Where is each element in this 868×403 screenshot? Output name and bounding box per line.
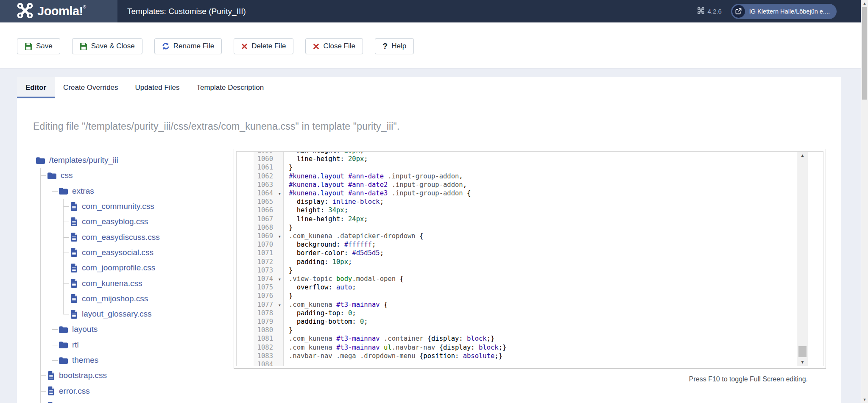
line-number: 1065 [254, 197, 283, 206]
tree-item-label: rtl [72, 340, 79, 350]
code-text: padding-top: 0; [283, 309, 356, 317]
code-text: } [283, 266, 293, 275]
tree-item-layouts[interactable]: layouts [0, 322, 229, 337]
code-text: } [283, 163, 293, 172]
code-line-1066: 1066 height: 34px; [254, 206, 808, 214]
scroll-up-arrow-icon[interactable]: ▲ [797, 153, 808, 158]
code-text: } [283, 292, 293, 300]
editor-scrollbar-thumb[interactable] [798, 346, 807, 357]
tree-item-label: layouts [72, 325, 98, 334]
help-button[interactable]: ?Help [375, 38, 414, 54]
code-line-1081: 1081.com_kunena #t3-mainnav .container {… [254, 334, 808, 343]
code-text [283, 360, 289, 366]
tree-item-label: com_kunena.css [82, 279, 142, 288]
fold-arrow-icon[interactable]: ▾ [278, 189, 281, 198]
tab-create-overrides[interactable]: Create Overrides [55, 77, 126, 98]
tree-item--templates-purity_iii[interactable]: /templates/purity_iii [0, 153, 229, 168]
code-text: .com_kunena #t3-mainnav ul.navbar-nav {d… [283, 343, 506, 352]
code-line-1059: 1059 min-height: 20px; [254, 152, 808, 155]
code-line-1074: 1074▾.view-topic body.modal-open { [254, 275, 808, 283]
tree-item-error.css[interactable]: error.css [0, 383, 229, 398]
tab-editor[interactable]: Editor [17, 77, 55, 98]
line-number: 1070 [254, 240, 283, 249]
code-line-1067: 1067 line-height: 24px; [254, 215, 808, 223]
file-icon [70, 217, 78, 226]
code-line-1068: 1068} [254, 223, 808, 232]
tree-item-rtl[interactable]: rtl [0, 337, 229, 353]
save-button[interactable]: Save [17, 38, 60, 54]
code-line-1071: 1071 border-color: #d5d5d5; [254, 249, 808, 257]
page-scrollbar-thumb[interactable] [862, 7, 867, 100]
line-number: 1064▾ [254, 189, 283, 197]
tree-item-css[interactable]: css [0, 168, 229, 183]
tree-item-com_mijoshop.css[interactable]: com_mijoshop.css [0, 291, 229, 306]
codemirror-box: 1059 min-height: 20px;1060 line-height: … [236, 151, 823, 366]
code-text: display: inline-block; [283, 197, 384, 206]
line-number: 1082 [254, 343, 283, 352]
code-text: .com_kunena .datepicker-dropdown { [283, 232, 423, 240]
tree-item-themes[interactable]: themes [0, 353, 229, 368]
tree-item-label: com_joomprofile.css [82, 263, 155, 272]
file-icon [47, 371, 55, 380]
close-file-button[interactable]: Close File [305, 38, 363, 54]
code-text: } [283, 223, 293, 232]
folder-icon [36, 157, 45, 164]
code-line-1070: 1070 background: #ffffff; [254, 240, 808, 249]
tree-guide-line [63, 199, 64, 314]
code-text: height: 34px; [283, 206, 348, 214]
tree-item-label: bootstrap.css [59, 371, 107, 380]
code-text: .navbar-nav .mega .dropdown-menu {positi… [283, 352, 502, 360]
tree-connector [52, 191, 58, 192]
tree-item-com_easyblog.css[interactable]: com_easyblog.css [0, 214, 229, 229]
fold-arrow-icon[interactable]: ▾ [278, 275, 281, 283]
folder-icon [47, 172, 56, 179]
tree-item-frontend-edit.css[interactable]: frontend-edit.css [0, 399, 229, 403]
scroll-down-arrow-icon[interactable]: ▼ [797, 360, 808, 364]
line-number: 1075 [254, 283, 283, 292]
fold-arrow-icon[interactable]: ▾ [278, 301, 281, 309]
tree-item-label: com_easysocial.css [82, 248, 154, 257]
tab-updated-files[interactable]: Updated Files [127, 77, 188, 98]
tree-item-label: com_community.css [82, 202, 154, 211]
file-icon [70, 279, 78, 288]
tree-item-com_community.css[interactable]: com_community.css [0, 199, 229, 214]
codemirror-scroll-area[interactable]: 1059 min-height: 20px;1060 line-height: … [254, 152, 808, 366]
code-text: border-color: #d5d5d5; [283, 249, 384, 257]
tree-connector [63, 314, 69, 314]
page-scroll-down-icon[interactable]: ▼ [861, 397, 868, 402]
tree-item-com_easydiscuss.css[interactable]: com_easydiscuss.css [0, 229, 229, 245]
line-number: 1083 [254, 352, 283, 360]
code-line-1061: 1061} [254, 163, 808, 172]
code-text: line-height: 20px; [283, 155, 368, 163]
button-label: Delete File [251, 42, 286, 50]
code-editor[interactable]: 1059 min-height: 20px;1060 line-height: … [234, 149, 826, 369]
save-close-button[interactable]: Save & Close [72, 38, 142, 54]
line-number: 1060 [254, 155, 283, 163]
fullscreen-hint: Press F10 to toggle Full Screen editing. [234, 375, 826, 383]
file-icon [70, 233, 78, 242]
page-scroll-up-icon[interactable]: ▲ [861, 1, 868, 6]
joomla-logo-icon [17, 3, 33, 20]
preview-site-button[interactable]: IG Klettern Halle/Löbejün e.... [731, 4, 837, 19]
line-number: 1081 [254, 334, 283, 343]
tree-item-label: com_mijoshop.css [82, 294, 148, 303]
tree-item-com_easysocial.css[interactable]: com_easysocial.css [0, 245, 229, 260]
file-icon [70, 294, 78, 303]
tab-template-description[interactable]: Template Description [188, 77, 272, 98]
file-icon [47, 386, 55, 395]
question-icon: ? [382, 42, 388, 50]
tree-item-layout_glossary.css[interactable]: layout_glossary.css [0, 306, 229, 322]
code-line-1084: 1084 [254, 360, 808, 366]
tree-item-bootstrap.css[interactable]: bootstrap.css [0, 368, 229, 383]
editing-file-heading: Editing file "/templates/purity_iii/css/… [33, 121, 400, 132]
code-line-1082: 1082.com_kunena #t3-mainnav ul.navbar-na… [254, 343, 808, 352]
editor-vertical-scrollbar[interactable]: ▲ ▼ [797, 152, 808, 366]
tree-item-extras[interactable]: extras [0, 183, 229, 199]
fold-arrow-icon[interactable]: ▾ [278, 232, 281, 241]
rename-file-button[interactable]: Rename File [154, 38, 222, 54]
tree-item-com_joomprofile.css[interactable]: com_joomprofile.css [0, 260, 229, 275]
tree-item-com_kunena.css[interactable]: com_kunena.css [0, 275, 229, 291]
page-scrollbar[interactable]: ▲ ▼ [861, 0, 868, 403]
line-number: 1076 [254, 292, 283, 300]
delete-file-button[interactable]: Delete File [234, 38, 293, 54]
